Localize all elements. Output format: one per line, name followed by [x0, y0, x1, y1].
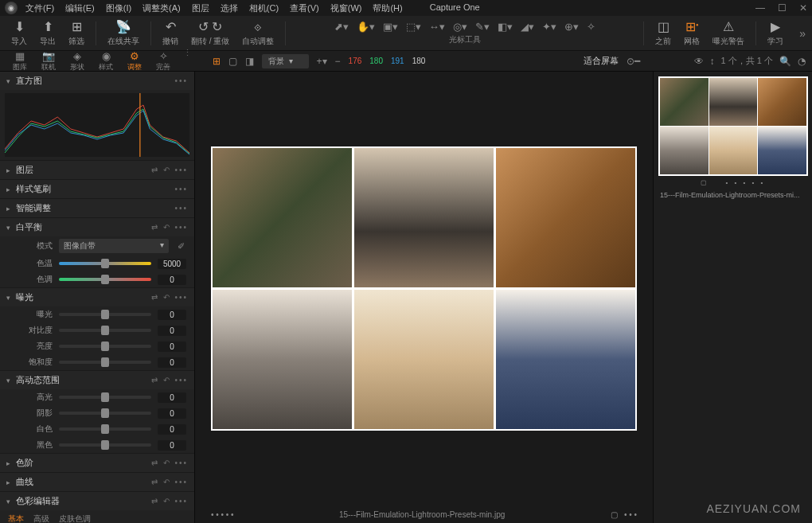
pointer-icon[interactable]: ⬈▾ [334, 21, 349, 33]
coloreditor-header[interactable]: ▾色彩编辑器⇄ ↶ ••• [0, 492, 194, 510]
search-icon[interactable]: 🔍 [779, 56, 791, 67]
view-single-icon[interactable]: ▢ [228, 56, 237, 67]
white-slider[interactable] [59, 427, 151, 431]
thumb-rating[interactable]: ▢ • • • • • [658, 176, 807, 189]
mode-label: 模式 [8, 240, 53, 252]
gradient-icon[interactable]: ◢▾ [521, 21, 534, 33]
tab-refine[interactable]: ✧完善 [150, 48, 177, 75]
tab-style[interactable]: ◉样式 [92, 48, 119, 75]
bucket-icon[interactable]: ▣▾ [383, 21, 398, 33]
hdr-header[interactable]: ▾高动态范围⇄ ↶ ••• [0, 371, 194, 389]
menu-layer[interactable]: 图层 [192, 2, 209, 14]
tint-slider[interactable] [59, 278, 151, 281]
tab-shape[interactable]: ◈形状 [64, 48, 91, 75]
brush-icon[interactable]: ✎▾ [475, 21, 490, 33]
menu-select[interactable]: 选择 [221, 2, 238, 14]
wb-mode-select[interactable]: 图像自带▾ [59, 239, 169, 253]
zoom-icon[interactable]: ⊙━ [627, 56, 640, 67]
tab-tether[interactable]: 📷联机 [35, 48, 62, 75]
ce-tab-advanced[interactable]: 高级 [33, 513, 49, 523]
exposure-slider[interactable] [59, 313, 151, 316]
zoom-fit[interactable]: 适合屏幕 [584, 55, 619, 67]
black-slider[interactable] [59, 443, 151, 447]
contrast-slider[interactable] [59, 329, 151, 332]
close-button[interactable]: ✕ [799, 2, 807, 14]
tab-library[interactable]: ▦图库 [6, 48, 33, 75]
hand-icon[interactable]: ✋▾ [357, 21, 375, 33]
view-proof-icon[interactable]: ◨ [245, 56, 254, 67]
highlight-slider[interactable] [59, 396, 151, 399]
learn-button[interactable]: ▶学习 [763, 18, 788, 49]
levels-header[interactable]: ▸色阶⇄ ↶ ••• [0, 454, 194, 472]
main-menu: 文件(F) 编辑(E) 图像(I) 调整类(A) 图层 选择 相机(C) 查看(… [25, 2, 755, 14]
histogram-header[interactable]: ▾直方图••• [0, 72, 194, 90]
menu-help[interactable]: 帮助(H) [373, 2, 402, 14]
tab-adjust[interactable]: ⚙调整 [121, 48, 148, 75]
rotate-button[interactable]: ↺ ↻翻转 / 重做 [186, 18, 234, 49]
crop-icon[interactable]: ⬚▾ [406, 21, 421, 33]
whitebalance-header[interactable]: ▾白平衡⇄ ↶ ••• [0, 218, 194, 236]
eye-icon[interactable]: 👁 [694, 56, 704, 67]
view-grid-icon[interactable]: ⊞ [213, 56, 221, 67]
cursor-tools: ⬈▾ ✋▾ ▣▾ ⬚▾ ↔▾ ◎▾ ✎▾ ◧▾ ◢▾ ✦▾ ⊕▾ ✧ [334, 21, 595, 33]
before-icon: ◫ [658, 19, 670, 34]
background-select[interactable]: 背景 ▾ [262, 54, 309, 68]
layers-header[interactable]: ▸图层⇄ ↶ ••• [0, 161, 194, 179]
menu-image[interactable]: 图像(I) [106, 2, 131, 14]
import-button[interactable]: ⬇导入 [6, 18, 32, 49]
saturation-slider[interactable] [59, 361, 151, 364]
add-icon[interactable]: +▾ [317, 56, 327, 67]
spot-icon[interactable]: ◎▾ [453, 21, 467, 33]
grid-icon: ⊞● [685, 19, 699, 34]
liveshare-button[interactable]: 📡在线共享 [103, 18, 144, 49]
export-button[interactable]: ⬆导出 [35, 18, 61, 49]
filter-button[interactable]: ⊞筛选 [64, 18, 89, 49]
thumb-filename: 15---Film-Emulation-Lightroom-Presets-mi… [658, 189, 807, 201]
picker-icon[interactable]: ✧ [587, 21, 595, 33]
rating-dots[interactable]: • • • • • [211, 510, 234, 519]
menu-camera[interactable]: 相机(C) [249, 2, 279, 14]
clone-icon[interactable]: ⊕▾ [564, 21, 579, 33]
ce-tab-skin[interactable]: 皮肤色调 [59, 513, 91, 523]
expwarn-button[interactable]: ⚠曝光警告 [708, 18, 749, 49]
menu-edit[interactable]: 编辑(E) [65, 2, 95, 14]
menu-adjust[interactable]: 调整类(A) [142, 2, 181, 14]
filter-icon-2[interactable]: ◔ [798, 56, 806, 67]
exposure-header[interactable]: ▾曝光⇄ ↶ ••• [0, 288, 194, 306]
smartadjust-header[interactable]: ▸智能调整••• [0, 199, 194, 217]
overflow-icon[interactable]: » [799, 27, 806, 40]
stylebrush-header[interactable]: ▸样式笔刷••• [0, 180, 194, 198]
shadow-slider[interactable] [59, 412, 151, 415]
eraser-icon[interactable]: ◧▾ [498, 21, 513, 33]
remove-icon[interactable]: − [335, 56, 341, 67]
filter-icon: ⊞ [72, 19, 82, 34]
autoadjust-button[interactable]: ⟐自动调整 [237, 18, 279, 49]
kelvin-slider[interactable] [59, 262, 151, 265]
kelvin-label: 色温 [8, 258, 53, 269]
menu-window[interactable]: 视窗(W) [330, 2, 362, 14]
undo-button[interactable]: ↶撤销 [158, 18, 183, 49]
sort-icon[interactable]: ↕ [710, 56, 715, 67]
viewer-canvas[interactable] [195, 72, 653, 505]
brightness-slider[interactable] [59, 345, 151, 348]
more-icon[interactable]: ⋮ [178, 48, 197, 75]
grid-button[interactable]: ⊞●网格 [679, 18, 705, 49]
menu-file[interactable]: 文件(F) [25, 2, 54, 14]
histogram-chart [5, 93, 189, 157]
browser-panel: ▢ • • • • • 15---Film-Emulation-Lightroo… [653, 72, 812, 523]
ce-tab-basic[interactable]: 基本 [8, 513, 24, 523]
heal-icon[interactable]: ✦▾ [542, 21, 556, 33]
menu-view[interactable]: 查看(V) [290, 2, 319, 14]
maximize-button[interactable]: ☐ [778, 2, 787, 14]
refine-icon: ✧ [159, 50, 168, 62]
before-button[interactable]: ◫之前 [650, 18, 676, 49]
tag-box[interactable]: ▢ • • • [611, 510, 637, 519]
magic-icon: ⟐ [254, 20, 262, 34]
minimize-button[interactable]: — [755, 2, 765, 14]
curves-header[interactable]: ▸曲线⇄ ↶ ••• [0, 473, 194, 491]
straighten-icon[interactable]: ↔▾ [429, 21, 445, 33]
eyedropper-icon[interactable]: ✐ [175, 241, 186, 252]
thumbnail[interactable] [658, 76, 808, 176]
kelvin-value[interactable]: 5000 [158, 259, 186, 269]
tint-value[interactable]: 0 [158, 275, 186, 285]
